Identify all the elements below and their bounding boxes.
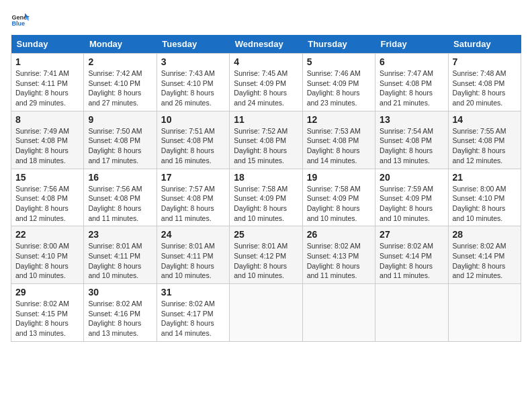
calendar-cell: 7 Sunrise: 7:48 AM Sunset: 4:08 PM Dayli…: [448, 54, 521, 111]
day-number: 6: [380, 56, 443, 67]
calendar-cell: 21 Sunrise: 8:00 AM Sunset: 4:10 PM Dayl…: [448, 169, 521, 226]
calendar-cell: 20 Sunrise: 7:59 AM Sunset: 4:09 PM Dayl…: [375, 169, 448, 226]
day-info: Sunrise: 8:02 AM Sunset: 4:14 PM Dayligh…: [380, 241, 443, 281]
day-info: Sunrise: 7:56 AM Sunset: 4:08 PM Dayligh…: [15, 184, 79, 224]
day-number: 31: [161, 287, 225, 298]
day-number: 1: [15, 56, 79, 67]
day-info: Sunrise: 7:46 AM Sunset: 4:09 PM Dayligh…: [307, 68, 371, 108]
day-info: Sunrise: 8:02 AM Sunset: 4:14 PM Dayligh…: [453, 241, 517, 281]
day-number: 18: [234, 172, 298, 183]
calendar-cell: 19 Sunrise: 7:58 AM Sunset: 4:09 PM Dayl…: [302, 169, 375, 226]
day-number: 21: [453, 172, 517, 183]
weekday-header-tuesday: Tuesday: [157, 35, 229, 54]
calendar-week-row: 8 Sunrise: 7:49 AM Sunset: 4:08 PM Dayli…: [11, 111, 521, 169]
day-number: 14: [453, 114, 517, 125]
logo-icon: General Blue: [11, 11, 30, 30]
calendar-cell: 2 Sunrise: 7:42 AM Sunset: 4:10 PM Dayli…: [84, 54, 157, 111]
day-info: Sunrise: 7:58 AM Sunset: 4:09 PM Dayligh…: [307, 184, 371, 224]
calendar-cell: 4 Sunrise: 7:45 AM Sunset: 4:09 PM Dayli…: [230, 54, 302, 111]
day-number: 4: [234, 56, 298, 67]
svg-text:Blue: Blue: [11, 20, 25, 27]
day-info: Sunrise: 8:01 AM Sunset: 4:11 PM Dayligh…: [88, 241, 152, 281]
day-number: 19: [307, 172, 371, 183]
day-number: 17: [161, 172, 225, 183]
day-info: Sunrise: 7:57 AM Sunset: 4:08 PM Dayligh…: [161, 184, 225, 224]
day-info: Sunrise: 8:00 AM Sunset: 4:10 PM Dayligh…: [453, 184, 517, 224]
calendar-cell: 26 Sunrise: 8:02 AM Sunset: 4:13 PM Dayl…: [302, 226, 375, 284]
day-info: Sunrise: 8:01 AM Sunset: 4:12 PM Dayligh…: [234, 241, 298, 281]
day-info: Sunrise: 7:49 AM Sunset: 4:08 PM Dayligh…: [15, 126, 79, 166]
day-info: Sunrise: 8:02 AM Sunset: 4:17 PM Dayligh…: [161, 299, 225, 338]
weekday-header-thursday: Thursday: [302, 35, 375, 54]
calendar-cell: 22 Sunrise: 8:00 AM Sunset: 4:10 PM Dayl…: [11, 226, 84, 284]
day-number: 12: [307, 114, 371, 125]
calendar-week-row: 22 Sunrise: 8:00 AM Sunset: 4:10 PM Dayl…: [11, 226, 521, 284]
day-number: 15: [15, 172, 79, 183]
day-number: 30: [88, 287, 152, 298]
day-info: Sunrise: 7:45 AM Sunset: 4:09 PM Dayligh…: [234, 68, 298, 108]
weekday-header-sunday: Sunday: [11, 35, 84, 54]
calendar-cell: 29 Sunrise: 8:02 AM Sunset: 4:15 PM Dayl…: [11, 284, 84, 342]
calendar-cell: 23 Sunrise: 8:01 AM Sunset: 4:11 PM Dayl…: [84, 226, 157, 284]
calendar-cell: 18 Sunrise: 7:58 AM Sunset: 4:09 PM Dayl…: [230, 169, 302, 226]
logo: General Blue: [11, 11, 30, 30]
day-number: 13: [380, 114, 443, 125]
day-number: 25: [234, 229, 298, 240]
day-info: Sunrise: 7:55 AM Sunset: 4:08 PM Dayligh…: [453, 126, 517, 166]
calendar-cell: 25 Sunrise: 8:01 AM Sunset: 4:12 PM Dayl…: [230, 226, 302, 284]
day-number: 5: [307, 56, 371, 67]
day-number: 7: [453, 56, 517, 67]
day-info: Sunrise: 7:42 AM Sunset: 4:10 PM Dayligh…: [88, 68, 152, 108]
day-info: Sunrise: 7:54 AM Sunset: 4:08 PM Dayligh…: [380, 126, 443, 166]
day-number: 26: [307, 229, 371, 240]
day-number: 29: [15, 287, 79, 298]
day-info: Sunrise: 8:02 AM Sunset: 4:15 PM Dayligh…: [15, 299, 79, 338]
calendar-cell: 30 Sunrise: 8:02 AM Sunset: 4:16 PM Dayl…: [84, 284, 157, 342]
weekday-header-monday: Monday: [84, 35, 157, 54]
day-info: Sunrise: 7:41 AM Sunset: 4:11 PM Dayligh…: [15, 68, 79, 108]
day-info: Sunrise: 7:58 AM Sunset: 4:09 PM Dayligh…: [234, 184, 298, 224]
calendar-cell: 27 Sunrise: 8:02 AM Sunset: 4:14 PM Dayl…: [375, 226, 448, 284]
calendar-cell: [230, 284, 302, 342]
calendar-cell: 10 Sunrise: 7:51 AM Sunset: 4:08 PM Dayl…: [157, 111, 229, 169]
day-info: Sunrise: 8:02 AM Sunset: 4:13 PM Dayligh…: [307, 241, 371, 281]
calendar-cell: 15 Sunrise: 7:56 AM Sunset: 4:08 PM Dayl…: [11, 169, 84, 226]
day-info: Sunrise: 7:50 AM Sunset: 4:08 PM Dayligh…: [88, 126, 152, 166]
calendar-cell: [448, 284, 521, 342]
weekday-header-saturday: Saturday: [448, 35, 521, 54]
day-number: 24: [161, 229, 225, 240]
day-number: 20: [380, 172, 443, 183]
day-info: Sunrise: 7:47 AM Sunset: 4:08 PM Dayligh…: [380, 68, 443, 108]
calendar-week-row: 29 Sunrise: 8:02 AM Sunset: 4:15 PM Dayl…: [11, 284, 521, 342]
calendar-cell: 8 Sunrise: 7:49 AM Sunset: 4:08 PM Dayli…: [11, 111, 84, 169]
calendar-cell: [375, 284, 448, 342]
day-number: 8: [15, 114, 79, 125]
calendar-cell: 9 Sunrise: 7:50 AM Sunset: 4:08 PM Dayli…: [84, 111, 157, 169]
calendar-cell: 1 Sunrise: 7:41 AM Sunset: 4:11 PM Dayli…: [11, 54, 84, 111]
day-info: Sunrise: 7:56 AM Sunset: 4:08 PM Dayligh…: [88, 184, 152, 224]
day-number: 16: [88, 172, 152, 183]
day-number: 9: [88, 114, 152, 125]
weekday-header-friday: Friday: [375, 35, 448, 54]
day-info: Sunrise: 7:51 AM Sunset: 4:08 PM Dayligh…: [161, 126, 225, 166]
day-info: Sunrise: 7:53 AM Sunset: 4:08 PM Dayligh…: [307, 126, 371, 166]
calendar-cell: 12 Sunrise: 7:53 AM Sunset: 4:08 PM Dayl…: [302, 111, 375, 169]
day-number: 11: [234, 114, 298, 125]
day-info: Sunrise: 7:52 AM Sunset: 4:08 PM Dayligh…: [234, 126, 298, 166]
day-number: 28: [453, 229, 517, 240]
day-number: 2: [88, 56, 152, 67]
calendar-week-row: 1 Sunrise: 7:41 AM Sunset: 4:11 PM Dayli…: [11, 54, 521, 111]
day-info: Sunrise: 8:01 AM Sunset: 4:11 PM Dayligh…: [161, 241, 225, 281]
calendar-cell: 13 Sunrise: 7:54 AM Sunset: 4:08 PM Dayl…: [375, 111, 448, 169]
calendar-cell: 31 Sunrise: 8:02 AM Sunset: 4:17 PM Dayl…: [157, 284, 229, 342]
calendar-cell: 28 Sunrise: 8:02 AM Sunset: 4:14 PM Dayl…: [448, 226, 521, 284]
day-info: Sunrise: 7:43 AM Sunset: 4:10 PM Dayligh…: [161, 68, 225, 108]
day-info: Sunrise: 7:48 AM Sunset: 4:08 PM Dayligh…: [453, 68, 517, 108]
calendar-cell: 14 Sunrise: 7:55 AM Sunset: 4:08 PM Dayl…: [448, 111, 521, 169]
day-number: 23: [88, 229, 152, 240]
calendar-cell: [302, 284, 375, 342]
calendar-table: SundayMondayTuesdayWednesdayThursdayFrid…: [11, 35, 521, 342]
calendar-cell: 17 Sunrise: 7:57 AM Sunset: 4:08 PM Dayl…: [157, 169, 229, 226]
calendar-cell: 6 Sunrise: 7:47 AM Sunset: 4:08 PM Dayli…: [375, 54, 448, 111]
calendar-cell: 3 Sunrise: 7:43 AM Sunset: 4:10 PM Dayli…: [157, 54, 229, 111]
